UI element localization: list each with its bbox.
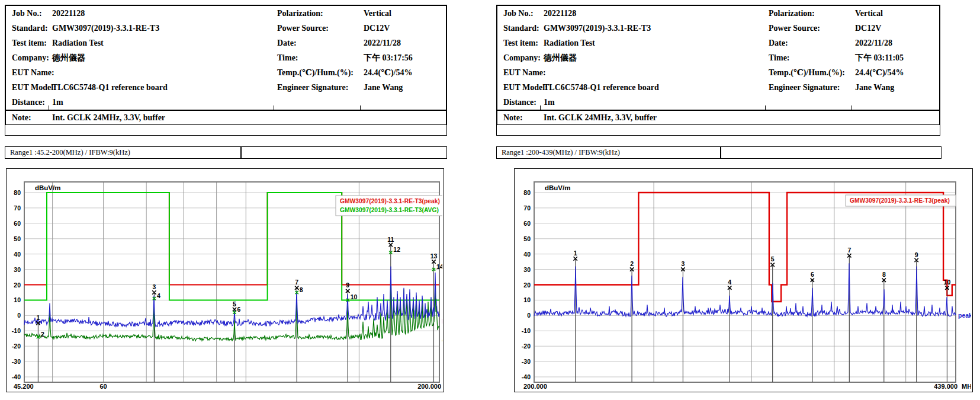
legend-entry: GMW3097(2019)-3.3.1-RE-T3(AVG) [340, 207, 439, 213]
trace-end-label-peak: peak [958, 312, 971, 319]
column-tick [274, 105, 274, 110]
field-value: 20221128 [544, 6, 576, 21]
x-axis-tick-label: 60 [99, 383, 107, 390]
marker-number-4: 4 [728, 279, 731, 286]
field-label: Date: [277, 36, 297, 50]
header-row: EUT Name:Temp.(℃)/Hum.(%):24.4(℃)/54% [497, 65, 939, 80]
header-row: Job No.:20221128Polarization:Vertical [497, 6, 939, 21]
marker-number-12: 12 [393, 246, 400, 253]
emissions-chart-svg: 80706050403020100-10-20-30-40dBuV/m200.0… [515, 169, 971, 391]
y-axis-tick-label: 20 [14, 281, 21, 289]
y-axis-tick-label: -20 [522, 343, 531, 350]
column-tick [540, 105, 541, 110]
x-axis-tick-label: 45.200 [14, 383, 34, 390]
field-value: 20221128 [52, 6, 85, 21]
emissions-chart-svg: 80706050403020100-10-20-30-40dBuV/m45.20… [7, 169, 442, 391]
report-header-table: Job No.:20221128Polarization:VerticalSta… [5, 5, 447, 126]
field-value: Vertical [364, 6, 391, 21]
marker-number-10: 10 [944, 279, 951, 286]
range-label: Range1 :45.2-200(MHz) / IFBW:9(kHz) [10, 147, 130, 158]
marker-number-6: 6 [811, 271, 814, 278]
field-label: EUT Name: [503, 65, 546, 80]
marker-number-8: 8 [882, 271, 886, 278]
marker-number-2: 2 [630, 260, 634, 267]
field-value: 2022/11/28 [364, 36, 401, 50]
column-tick [852, 105, 852, 110]
report-header-table: Job No.:20221128Polarization:VerticalSta… [496, 5, 940, 126]
field-label: Company: [12, 50, 49, 65]
field-label: Distance: [503, 95, 536, 110]
x-axis-tick-label: 439.000 [934, 383, 957, 390]
y-axis-tick-label: 70 [14, 204, 21, 212]
header-row: EUT Model:TLC6C5748-Q1 reference boardEn… [6, 80, 446, 95]
empty-row [496, 124, 940, 136]
y-axis-tick-label: 50 [523, 235, 531, 242]
trace-end-label-peak: peak [442, 316, 442, 324]
field-label: Polarization: [277, 6, 323, 21]
field-value: Radiation Test [544, 36, 595, 50]
y-axis-tick-label: 0 [17, 312, 21, 319]
emissions-chart: 80706050403020100-10-20-30-40dBuV/m200.0… [514, 168, 973, 392]
y-axis-tick-label: 20 [523, 281, 531, 289]
field-label: Company: [503, 50, 541, 65]
field-label: Test item: [503, 36, 538, 50]
y-axis-tick-label: 30 [14, 266, 21, 273]
y-axis-tick-label: 10 [523, 296, 531, 303]
y-axis-tick-label: -40 [522, 373, 531, 380]
field-label: Standard: [503, 21, 539, 36]
field-value: DC12V [364, 21, 390, 36]
marker-number-1: 1 [574, 249, 577, 257]
marker-number-3: 3 [681, 260, 685, 267]
emc-test-report-page: Job No.:20221128Polarization:VerticalSta… [0, 0, 980, 400]
header-row: Distance:1m [6, 95, 446, 110]
field-label: Time: [277, 50, 298, 65]
x-axis-tick-label: 200.000 [523, 383, 547, 390]
field-label: Power Source: [769, 21, 820, 36]
emissions-chart: 80706050403020100-10-20-30-40dBuV/m45.20… [6, 168, 444, 392]
field-value: DC12V [855, 21, 881, 36]
y-axis-tick-label: -10 [522, 327, 531, 334]
y-axis-tick-label: 30 [523, 266, 531, 273]
field-value: GMW3097(2019)-3.3.1-RE-T3 [544, 21, 651, 36]
y-axis-tick-label: 10 [14, 296, 21, 303]
field-value: Vertical [855, 6, 883, 21]
header-row: Company:德州儀器Time:下午 03:11:05 [497, 50, 939, 65]
header-row: Test item:Radiation TestDate:2022/11/28 [497, 36, 939, 50]
chart-legend: GMW3097(2019)-3.3.1-RE-T3(peak)GMW3097(2… [336, 196, 442, 216]
field-value: Jane Wang [364, 80, 403, 95]
y-axis-tick-label: 40 [523, 251, 531, 258]
marker-number-2: 2 [41, 331, 44, 338]
test-report-panel-left: Job No.:20221128Polarization:VerticalSta… [5, 0, 447, 400]
field-label: Job No.: [12, 6, 42, 21]
range-info-bar: Range1 :200-439(MHz) / IFBW:9(kHz) [496, 146, 942, 159]
field-value: 德州儀器 [52, 50, 85, 65]
field-label: EUT Model: [503, 80, 548, 95]
field-label: Date: [769, 36, 788, 50]
x-axis-unit-label: MHz [962, 383, 971, 390]
marker-number-1: 1 [36, 314, 40, 321]
y-axis-tick-label: -20 [12, 343, 21, 350]
header-row: Standard:GMW3097(2019)-3.3.1-RE-T3Power … [6, 21, 446, 36]
marker-number-5: 5 [233, 300, 236, 308]
trace-AVG [24, 276, 439, 341]
column-tick [360, 105, 361, 110]
marker-number-6: 6 [237, 306, 241, 313]
range-info-bar: Range1 :45.2-200(MHz) / IFBW:9(kHz) [5, 146, 447, 159]
field-value: Jane Wang [855, 80, 894, 95]
marker-number-7: 7 [847, 247, 851, 254]
field-label: Engineer Signature: [769, 80, 840, 95]
field-value: Radiation Test [52, 36, 104, 50]
marker-number-13: 13 [430, 252, 438, 260]
field-value: 德州儀器 [544, 50, 577, 65]
legend-entry: GMW3097(2019)-3.3.1-RE-T3(peak) [850, 197, 950, 204]
marker-number-4: 4 [157, 292, 160, 299]
field-label: Time: [769, 50, 790, 65]
legend-entry: GMW3097(2019)-3.3.1-RE-T3(peak) [340, 198, 440, 204]
y-axis-tick-label: -30 [12, 358, 21, 365]
chart-grid [534, 182, 956, 382]
column-tick [765, 105, 766, 110]
field-label: Job No.: [503, 6, 534, 21]
field-value: 24.4(℃)/54% [855, 65, 904, 80]
field-value: 1m [52, 95, 63, 110]
field-label: Distance: [12, 95, 45, 110]
